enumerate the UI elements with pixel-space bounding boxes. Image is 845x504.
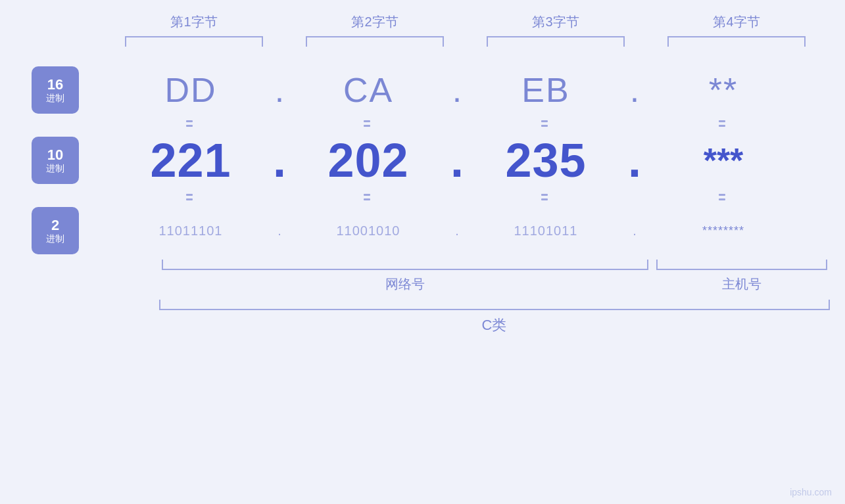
- equals-row-1: [0, 114, 845, 133]
- dec-dot2: .: [441, 133, 473, 187]
- hex-values: DD . CA . EB . **: [118, 70, 845, 110]
- bracket-byte3: [487, 36, 625, 47]
- hex-dot1: .: [263, 70, 296, 110]
- byte1-header: 第1字节: [122, 13, 266, 31]
- parallel-lines-2d: [719, 194, 725, 200]
- bracket-byte2: [306, 36, 444, 47]
- eq2-byte2: [295, 194, 439, 200]
- eq1-byte3: [472, 120, 617, 127]
- dec-byte3: 235: [473, 133, 618, 187]
- parallel-lines-2a: [186, 194, 193, 200]
- hex-row: 16 进制 DD . CA . EB . **: [0, 66, 845, 114]
- main-container: 第1字节 第2字节 第3字节 第4字节 16 进制 DD . CA .: [0, 0, 845, 504]
- hex-byte3: EB: [473, 70, 618, 110]
- bracket-byte1: [125, 36, 263, 47]
- dec-badge: 10 进制: [32, 137, 79, 184]
- dec-dot3: .: [618, 133, 651, 187]
- dec-byte2: 202: [296, 133, 441, 187]
- parallel-lines-1a: [186, 120, 193, 127]
- hex-badge-label: 进制: [46, 93, 64, 104]
- bracket-byte4: [667, 36, 806, 47]
- equals-row-2: [0, 187, 845, 207]
- hex-byte1: DD: [118, 70, 263, 110]
- bin-byte1: 11011101: [118, 223, 263, 239]
- hex-byte2: CA: [296, 70, 441, 110]
- eq2-byte4: [650, 194, 794, 200]
- network-bracket-container: 网络号: [162, 260, 648, 293]
- hex-badge: 16 进制: [32, 66, 79, 114]
- top-brackets: [104, 36, 827, 47]
- bin-byte4: ********: [651, 224, 796, 238]
- hex-dot2: .: [441, 70, 473, 110]
- bin-byte3: 11101011: [473, 223, 618, 239]
- parallel-lines-1c: [541, 120, 548, 127]
- host-label: 主机号: [656, 275, 827, 293]
- hex-dot3: .: [618, 70, 651, 110]
- bin-badge-label: 进制: [46, 233, 64, 244]
- bottom-brackets-row: 网络号 主机号: [104, 260, 827, 293]
- hex-byte4: **: [651, 70, 796, 110]
- byte2-header: 第2字节: [302, 13, 447, 31]
- bin-dot3: .: [618, 223, 651, 239]
- bin-byte2: 11001010: [296, 223, 441, 239]
- eq2-byte3: [472, 194, 617, 200]
- watermark: ipshu.com: [790, 487, 832, 497]
- bin-badge: 2 进制: [32, 207, 79, 254]
- eq1-byte2: [295, 120, 439, 127]
- class-bracket-container: C类: [159, 300, 830, 335]
- class-bracket-line: [159, 300, 830, 310]
- bin-row: 2 进制 11011101 . 11001010 . 11101011 .: [0, 207, 845, 254]
- hex-badge-num: 16: [47, 77, 63, 93]
- eq1-byte4: [650, 120, 794, 127]
- host-bracket-line: [656, 260, 827, 270]
- bin-dot2: .: [441, 223, 473, 239]
- byte4-header: 第4字节: [664, 13, 809, 31]
- eq1-byte1: [117, 120, 262, 127]
- parallel-lines-1b: [364, 120, 370, 127]
- dec-dot1: .: [263, 133, 296, 187]
- bin-badge-num: 2: [51, 218, 59, 233]
- parallel-lines-1d: [719, 120, 725, 127]
- host-bracket-container: 主机号: [656, 260, 827, 293]
- dec-badge-label: 进制: [46, 163, 64, 174]
- dec-byte4: ***: [651, 141, 796, 180]
- dec-byte1: 221: [118, 133, 263, 187]
- bin-dot1: .: [263, 223, 296, 239]
- class-label: C类: [159, 315, 830, 335]
- dec-values: 221 . 202 . 235 . ***: [118, 133, 845, 187]
- byte-headers: 第1字节 第2字节 第3字节 第4字节: [104, 13, 827, 31]
- eq2-byte1: [117, 194, 262, 200]
- byte3-header: 第3字节: [483, 13, 628, 31]
- parallel-lines-2c: [541, 194, 548, 200]
- network-label: 网络号: [162, 275, 648, 293]
- network-bracket-line: [162, 260, 648, 270]
- bin-values: 11011101 . 11001010 . 11101011 . *******…: [118, 223, 845, 239]
- parallel-lines-2b: [364, 194, 370, 200]
- dec-badge-num: 10: [47, 147, 63, 163]
- dec-row: 10 进制 221 . 202 . 235 . ***: [0, 133, 845, 187]
- spacer: [648, 260, 656, 293]
